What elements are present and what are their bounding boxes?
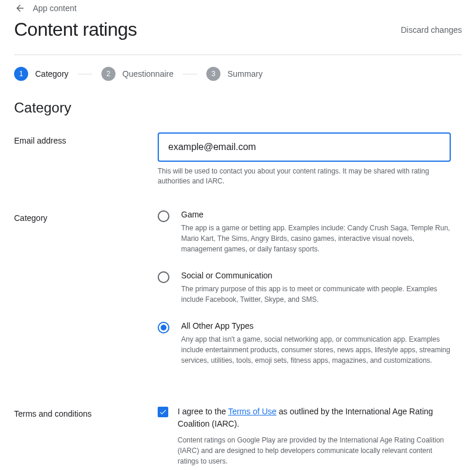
step-summary[interactable]: 3 Summary bbox=[206, 67, 263, 81]
step-label: Category bbox=[35, 69, 69, 79]
step-label: Questionnaire bbox=[123, 69, 174, 79]
category-label: Category bbox=[14, 210, 158, 223]
radio-icon[interactable] bbox=[158, 210, 169, 222]
terms-desc: Content ratings on Google Play are provi… bbox=[178, 435, 451, 466]
breadcrumb: App content bbox=[14, 0, 462, 19]
step-number: 2 bbox=[101, 67, 115, 81]
radio-desc: Any app that isn't a game, social networ… bbox=[181, 334, 451, 366]
terms-label: Terms and conditions bbox=[14, 406, 158, 418]
step-number: 1 bbox=[14, 67, 28, 81]
step-separator bbox=[183, 74, 197, 74]
radio-icon[interactable] bbox=[158, 271, 169, 283]
radio-title: Social or Communication bbox=[181, 271, 451, 280]
section-heading: Category bbox=[14, 95, 462, 132]
terms-checkbox[interactable] bbox=[158, 407, 168, 417]
email-help-text: This will be used to contact you about y… bbox=[158, 166, 451, 186]
radio-title: Game bbox=[181, 210, 451, 219]
email-field[interactable] bbox=[158, 132, 451, 162]
radio-option-other[interactable]: All Other App Types Any app that isn't a… bbox=[158, 321, 451, 366]
terms-of-use-link[interactable]: Terms of Use bbox=[228, 407, 276, 416]
radio-title: All Other App Types bbox=[181, 321, 451, 331]
email-label: Email address bbox=[14, 132, 158, 145]
radio-desc: The app is a game or betting app. Exampl… bbox=[181, 223, 451, 254]
radio-icon[interactable] bbox=[158, 322, 169, 333]
back-arrow-icon[interactable] bbox=[14, 2, 26, 14]
step-number: 3 bbox=[206, 67, 220, 81]
stepper: 1 Category 2 Questionnaire 3 Summary bbox=[14, 55, 462, 95]
discard-changes-button[interactable]: Discard changes bbox=[401, 25, 462, 35]
breadcrumb-label[interactable]: App content bbox=[33, 4, 77, 13]
step-category[interactable]: 1 Category bbox=[14, 67, 69, 81]
step-label: Summary bbox=[227, 69, 263, 79]
step-questionnaire[interactable]: 2 Questionnaire bbox=[101, 67, 174, 81]
terms-agreement-text: I agree to the Terms of Use as outlined … bbox=[178, 406, 451, 430]
radio-option-social[interactable]: Social or Communication The primary purp… bbox=[158, 271, 451, 305]
step-separator bbox=[78, 74, 92, 74]
radio-option-game[interactable]: Game The app is a game or betting app. E… bbox=[158, 210, 451, 254]
page-title: Content ratings bbox=[14, 19, 137, 40]
check-icon bbox=[159, 408, 167, 416]
radio-desc: The primary purpose of this app is to me… bbox=[181, 284, 451, 305]
